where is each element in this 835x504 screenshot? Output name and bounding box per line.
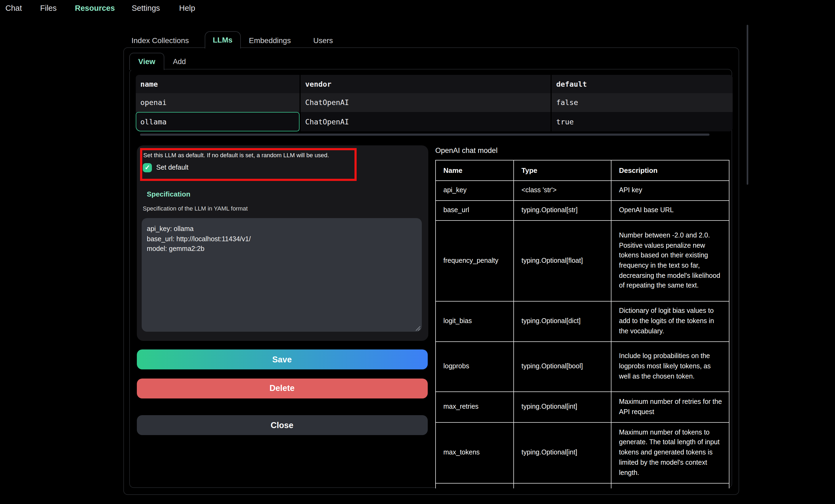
llm-row-ollama[interactable]: ollama ChatOpenAI true (136, 112, 733, 132)
set-default-label: Set default (156, 164, 188, 171)
param-row-api-key: api_key <class 'str'> API key (435, 181, 729, 200)
subtab-view-label: View (138, 57, 155, 66)
params-table-container: Name Type Description api_key <class 'st… (435, 160, 729, 488)
nav-item-resources[interactable]: Resources (75, 4, 115, 13)
app-window: Chat Files Resources Settings Help Index… (0, 0, 835, 504)
param-description: OpenAI base URL (611, 200, 729, 220)
param-name: max_retries (435, 392, 514, 422)
param-description: Number between -2.0 and 2.0. Positive va… (611, 220, 729, 301)
param-row-max-retries: max_retries typing.Optional[int] Maximum… (435, 392, 729, 422)
llm-row-openai[interactable]: openai ChatOpenAI false (136, 93, 733, 112)
param-name: logit_bias (435, 301, 514, 341)
param-name: base_url (435, 200, 514, 220)
tab-index-collections[interactable]: Index Collections (131, 36, 189, 45)
param-type (514, 483, 611, 488)
param-type: typing.Optional[float] (514, 220, 611, 301)
llm-cell-default[interactable]: false (551, 93, 733, 112)
set-default-checkbox[interactable]: ✓ (143, 163, 152, 172)
param-row-logit-bias: logit_bias typing.Optional[dict] Diction… (435, 301, 729, 341)
default-note-text: Set this LLM as default. If no default i… (143, 152, 354, 158)
llm-cell-name[interactable]: openai (136, 93, 300, 112)
param-type: typing.Optional[dict] (514, 301, 611, 341)
specification-heading: Specification (147, 190, 190, 198)
yaml-spec-input[interactable]: api_key: ollama base_url: http://localho… (141, 218, 422, 332)
llm-col-header-vendor: vendor (300, 75, 551, 93)
check-icon: ✓ (145, 164, 150, 171)
param-type: typing.Optional[int] (514, 422, 611, 483)
param-description (611, 483, 729, 488)
param-description: Dictionary of logit bias values to add t… (611, 301, 729, 341)
param-description: Maximum number of retries for the API re… (611, 392, 729, 422)
delete-button[interactable]: Delete (137, 378, 427, 398)
horizontal-scrollbar-thumb[interactable] (140, 133, 710, 135)
llm-list-table: name vendor default openai ChatOpenAI fa… (136, 75, 733, 131)
resize-handle-icon[interactable] (414, 325, 421, 331)
param-name: api_key (435, 181, 514, 200)
param-name (435, 483, 514, 488)
param-row-partial (435, 483, 729, 488)
params-panel-title: OpenAI chat model (435, 146, 497, 154)
specification-sublabel: Specification of the LLM in YAML format (143, 205, 248, 212)
param-name: frequency_penalty (435, 220, 514, 301)
vertical-scrollbar-thumb[interactable] (747, 25, 748, 185)
llm-cell-vendor[interactable]: ChatOpenAI (300, 93, 551, 112)
tab-llms[interactable]: LLMs (204, 31, 241, 48)
param-row-frequency-penalty: frequency_penalty typing.Optional[float]… (435, 220, 729, 301)
llm-cell-vendor[interactable]: ChatOpenAI (300, 112, 551, 132)
params-col-name: Name (435, 160, 514, 181)
save-button[interactable]: Save (137, 350, 427, 370)
tab-llms-label: LLMs (213, 36, 232, 44)
nav-item-files[interactable]: Files (40, 4, 57, 13)
param-name: max_tokens (435, 422, 514, 483)
param-description: Maximum number of tokens to generate. Th… (611, 422, 729, 483)
close-button[interactable]: Close (137, 415, 427, 435)
param-type: typing.Optional[str] (514, 200, 611, 220)
llm-cell-name-selected[interactable]: ollama (136, 112, 300, 132)
params-table: Name Type Description api_key <class 'st… (435, 160, 729, 488)
params-col-description: Description (611, 160, 729, 181)
nav-item-help[interactable]: Help (179, 4, 195, 13)
nav-item-chat[interactable]: Chat (5, 4, 22, 13)
params-header-row: Name Type Description (435, 160, 729, 181)
param-description: API key (611, 181, 729, 200)
param-type: <class 'str'> (514, 181, 611, 200)
tab-embeddings[interactable]: Embeddings (249, 36, 291, 45)
llm-cell-default[interactable]: true (551, 112, 733, 132)
llm-col-header-name: name (136, 75, 300, 93)
param-type: typing.Optional[bool] (514, 341, 611, 392)
llm-cell-name-text: ollama (140, 118, 167, 126)
tab-users[interactable]: Users (313, 36, 333, 45)
param-description: Include log probabilities on the logprob… (611, 341, 729, 392)
subtab-view[interactable]: View (129, 52, 164, 70)
param-type: typing.Optional[int] (514, 392, 611, 422)
llm-col-header-default: default (551, 75, 733, 93)
nav-item-settings[interactable]: Settings (132, 4, 160, 13)
param-row-logprobs: logprobs typing.Optional[bool] Include l… (435, 341, 729, 392)
params-col-type: Type (514, 160, 611, 181)
param-row-base-url: base_url typing.Optional[str] OpenAI bas… (435, 200, 729, 220)
param-row-max-tokens: max_tokens typing.Optional[int] Maximum … (435, 422, 729, 483)
param-name: logprobs (435, 341, 514, 392)
llm-table-header: name vendor default (136, 75, 733, 93)
subtab-add[interactable]: Add (173, 57, 186, 65)
